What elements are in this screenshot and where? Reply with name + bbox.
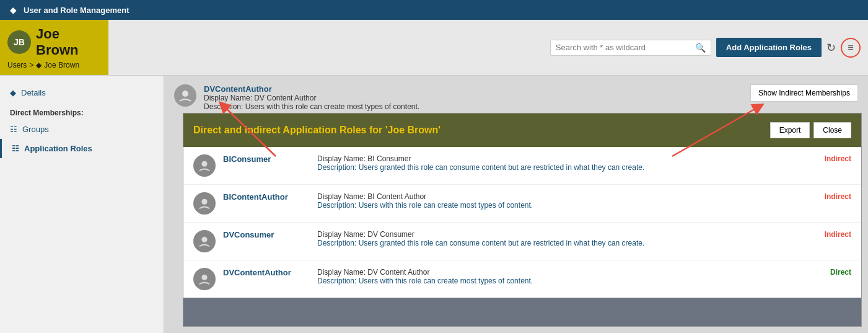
svg-point-3 [201,161,207,167]
role-name[interactable]: DVConsumer [223,230,310,239]
shield-icon: ◆ [7,4,19,16]
breadcrumb-user[interactable]: Joe Brown [44,61,79,69]
direct-memberships-label: Direct Memberships: [0,102,164,120]
modal-actions: Export Close [770,122,851,138]
role-type-badge: Indirect [814,154,851,163]
top-role-icon [174,84,196,107]
search-icon: 🔍 [695,43,706,53]
modal-body: BIConsumerDisplay Name: BI ConsumerDescr… [183,147,861,298]
avatar: JB [7,30,31,54]
user-avatar-name: JB Joe Brown [7,26,101,58]
role-info: Display Name: BI Content AuthorDescripti… [317,192,807,210]
svg-point-0 [182,91,188,97]
app-title: User and Role Management [24,6,129,15]
main-content: ◆ Details Direct Memberships: ☷ Groups ☷… [0,76,868,333]
close-button[interactable]: Close [813,122,851,138]
role-name[interactable]: DVContentAuthor [223,268,310,277]
role-type-badge: Indirect [814,192,851,201]
add-application-roles-button[interactable]: Add Application Roles [716,38,822,57]
modal-role-row: BIConsumerDisplay Name: BI ConsumerDescr… [183,147,861,185]
role-info: Display Name: DV ConsumerDescription: Us… [317,230,807,247]
sidebar-item-app-roles[interactable]: ☷ Application Roles [0,139,164,158]
role-type-badge: Indirect [814,230,851,239]
modal-role-row: BIContentAuthorDisplay Name: BI Content … [183,185,861,223]
role-display-name: Display Name: BI Content Author [317,192,807,201]
top-role-description: Description: Users with this role can cr… [204,102,419,111]
role-display-name: Display Name: DV Consumer [317,230,807,239]
sidebar-item-details[interactable]: ◆ Details [0,83,164,102]
modal-title: Direct and Indirect Application Roles fo… [193,125,441,136]
sidebar: ◆ Details Direct Memberships: ☷ Groups ☷… [0,76,164,333]
breadcrumb: Users > ◆ Joe Brown [7,61,79,69]
search-input[interactable] [556,43,695,52]
group-icon: ☷ [10,125,17,134]
roles-icon: ☷ [12,144,19,153]
sidebar-item-app-roles-label: Application Roles [24,144,92,153]
sidebar-item-groups[interactable]: ☷ Groups [0,120,164,139]
modal-role-row: DVContentAuthorDisplay Name: DV Content … [183,260,861,298]
modal-role-row: DVConsumerDisplay Name: DV ConsumerDescr… [183,223,861,260]
modal-overlay: Direct and Indirect Application Roles fo… [183,113,862,327]
top-role-display-name: Display Name: DV Content Author [204,94,419,102]
refresh-button[interactable]: ↻ [826,41,836,55]
role-description: Description: Users with this role can cr… [317,277,807,285]
svg-point-4 [201,199,207,205]
role-info: Display Name: DV Content AuthorDescripti… [317,268,807,285]
shield-icon: ◆ [10,88,16,97]
user-badge: JB Joe Brown Users > ◆ Joe Brown [0,20,108,75]
role-row-icon [193,192,216,215]
role-row-icon [193,230,216,252]
user-name: Joe Brown [36,26,101,58]
modal-header: Direct and Indirect Application Roles fo… [183,113,861,147]
top-role-name[interactable]: DVContentAuthor [204,84,272,94]
show-indirect-memberships-button[interactable]: Show Indirect Memberships [750,84,858,102]
breadcrumb-shield-icon: ◆ [36,61,42,69]
role-row-icon [193,154,216,177]
role-info: Display Name: BI ConsumerDescription: Us… [317,154,807,172]
role-name[interactable]: BIContentAuthor [223,192,310,202]
menu-button[interactable]: ≡ [841,38,861,58]
role-description: Description: Users with this role can cr… [317,201,807,210]
role-description: Description: Users granted this role can… [317,239,807,247]
svg-point-6 [201,275,207,280]
export-button[interactable]: Export [770,122,810,138]
header-right: 🔍 Add Application Roles ↻ ≡ [108,20,868,75]
role-display-name: Display Name: BI Consumer [317,154,807,163]
top-bar: ◆ User and Role Management [0,0,868,20]
top-role-info: DVContentAuthor Display Name: DV Content… [204,84,419,111]
svg-point-5 [201,237,207,242]
sidebar-item-details-label: Details [21,88,46,97]
breadcrumb-users[interactable]: Users [7,61,27,69]
role-type-badge: Direct [814,268,851,277]
role-row-icon [193,268,216,290]
sidebar-item-groups-label: Groups [22,125,49,134]
right-panel: DVContentAuthor Display Name: DV Content… [164,76,868,333]
role-name[interactable]: BIConsumer [223,154,310,164]
role-display-name: Display Name: DV Content Author [317,268,807,277]
header-row: JB Joe Brown Users > ◆ Joe Brown 🔍 Add A… [0,20,868,76]
role-description: Description: Users granted this role can… [317,163,807,172]
search-box: 🔍 [550,40,711,56]
